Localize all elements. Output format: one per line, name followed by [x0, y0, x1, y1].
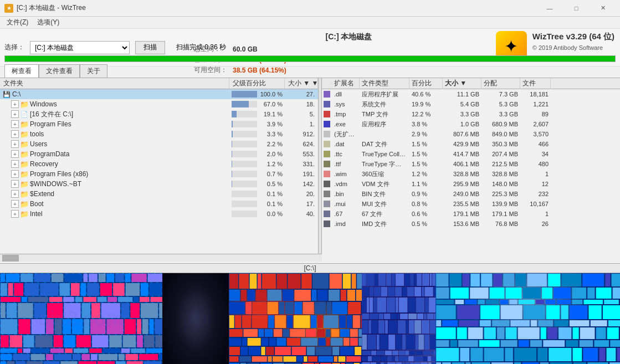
pct-bar-fill [232, 131, 233, 137]
ext-color-box [324, 131, 330, 137]
tree-row[interactable]: −💾C:\100.0 %27. [0, 89, 318, 99]
tree-row-name: Users [30, 140, 229, 148]
pct-bar-container [232, 141, 257, 147]
ext-row[interactable]: .imdIMD 文件0.5 %153.6 MB76.8 MB26 [322, 219, 620, 229]
ext-cell-alloc: 5.3 GB [481, 101, 520, 107]
tree-row[interactable]: +📁tools3.3 %912. [0, 129, 318, 139]
free-label: 可用空间： [194, 65, 233, 75]
tree-col-folder-header[interactable]: 文件夹 [0, 78, 229, 89]
tree-expand-btn[interactable]: + [11, 120, 19, 128]
ext-cell-size: 11.1 GB [443, 91, 481, 98]
ext-row[interactable]: .wim360压缩1.2 %328.8 MB328.8 MB1 [322, 169, 620, 179]
tree-pct-cell: 2.0 % [229, 151, 285, 157]
ext-color-box [324, 121, 330, 127]
tree-expand-btn[interactable]: + [11, 150, 19, 158]
tree-expand-btn[interactable]: + [11, 100, 19, 108]
ext-cell-name: .bin [332, 191, 360, 197]
tree-pct-cell: 100.0 % [229, 91, 285, 98]
tree-row[interactable]: +📁$WINDOWS.~BT0.5 %142. [0, 179, 318, 189]
tree-row-icon: 📁 [20, 170, 29, 178]
tree-row[interactable]: +📁ProgramData2.0 %553. [0, 149, 318, 159]
tree-expand-btn[interactable]: + [11, 170, 19, 178]
ext-col-pct-header[interactable]: 百分比 [409, 78, 443, 89]
ext-row[interactable]: .datDAT 文件1.5 %429.9 MB350.3 MB466 [322, 139, 620, 149]
tree-size-cell: 40. [285, 211, 318, 217]
tree-row[interactable]: +📄[16 文件在 C:\]19.1 %5. [0, 109, 318, 119]
ext-cell-size: 3.3 GB [443, 111, 481, 117]
tab-tree-view[interactable]: 树查看 [4, 64, 39, 78]
tree-row[interactable]: +📁$Extend0.1 %20. [0, 189, 318, 199]
tree-expand-btn[interactable]: + [11, 160, 19, 168]
tree-row[interactable]: +📁Recovery1.2 %331. [0, 159, 318, 169]
ext-cell-pct: 12.2 % [409, 111, 443, 117]
tree-col-pct-header[interactable]: 父级百分比 [229, 78, 285, 89]
tree-row[interactable]: +📁Intel0.0 %40. [0, 209, 318, 219]
ext-cell-size: 414.7 MB [443, 151, 481, 157]
ext-row[interactable]: .muiMUI 文件0.8 %235.5 MB139.9 MB10,167 [322, 199, 620, 209]
ext-cell-pct: 0.9 % [409, 191, 443, 197]
tree-hscrollbar[interactable] [0, 254, 322, 262]
ext-col-ext-header[interactable]: 扩展名 [332, 78, 360, 89]
ext-cell-files: 466 [520, 141, 551, 147]
tree-col-size-header[interactable]: 大小 ▼ [285, 78, 318, 89]
ext-cell-type: VDM 文件 [360, 180, 409, 188]
tree-row-name: Program Files [30, 120, 229, 128]
tree-size-cell: 5. [285, 111, 318, 117]
ext-row[interactable]: .ttcTrueType Collectio1.5 %414.7 MB207.4… [322, 149, 620, 159]
viz-canvas: aix2.com [0, 273, 620, 364]
tree-expand-btn[interactable]: + [11, 140, 19, 148]
pct-text: 0.7 % [259, 171, 283, 177]
viz-seg-3 [229, 273, 362, 364]
tree-expand-btn[interactable]: + [11, 110, 19, 118]
pct-text: 19.1 % [259, 111, 283, 117]
ext-cell-alloc: 212.5 MB [481, 161, 520, 167]
pct-text: 2.0 % [259, 151, 283, 157]
ext-col-files-header[interactable]: 文件 [520, 78, 551, 89]
tree-expand-btn[interactable]: + [11, 190, 19, 198]
ext-row[interactable]: (无扩展名)2.9 %807.6 MB849.0 MB3,570 [322, 129, 620, 139]
tab-about[interactable]: 关于 [80, 64, 107, 78]
drive-select[interactable]: [C:] 本地磁盘 [30, 41, 130, 54]
tree-row-icon: 📄 [20, 110, 29, 118]
maximize-button[interactable]: □ [563, 0, 589, 17]
tree-expand-btn[interactable]: + [11, 200, 19, 208]
tab-file-view[interactable]: 文件查看 [39, 64, 80, 78]
menu-file[interactable]: 文件(Z) [2, 17, 33, 28]
ext-row[interactable]: .exe应用程序3.8 %1.0 GB680.9 MB2,607 [322, 119, 620, 129]
ext-cell-size: 807.6 MB [443, 131, 481, 137]
tree-hscroll-thumb[interactable] [2, 255, 19, 262]
ext-row[interactable]: .sys系统文件19.9 %5.4 GB5.3 GB1,221 [322, 99, 620, 109]
ext-cell-type: DAT 文件 [360, 140, 409, 148]
ext-cell-pct: 1.5 % [409, 161, 443, 167]
ext-row[interactable]: .dll应用程序扩展40.6 %11.1 GB7.3 GB18,181 [322, 89, 620, 99]
tree-row[interactable]: +📁Users2.2 %624. [0, 139, 318, 149]
tree-expand-btn[interactable]: + [11, 210, 19, 218]
ext-color-box [324, 141, 330, 147]
tree-row[interactable]: +📁Windows67.0 %18. [0, 99, 318, 109]
tree-row[interactable]: +📁Program Files3.9 %1. [0, 119, 318, 129]
app-icon: ★ [4, 4, 13, 13]
ext-row[interactable]: .ttfTrueType 字体文件1.5 %406.1 MB212.5 MB48… [322, 159, 620, 169]
tree-expand-btn[interactable]: + [11, 130, 19, 138]
ext-cell-type: MUI 文件 [360, 200, 409, 208]
tree-row[interactable]: +📁Boot0.1 %17. [0, 199, 318, 209]
tree-expand-btn[interactable]: + [11, 180, 19, 188]
tree-size-cell: 331. [285, 161, 318, 167]
minimize-button[interactable]: — [537, 0, 562, 17]
ext-col-type-header[interactable]: 文件类型 [360, 78, 409, 89]
close-button[interactable]: ✕ [590, 0, 616, 17]
menu-options[interactable]: 选项(Y) [33, 17, 64, 28]
ext-row[interactable]: .tmpTMP 文件12.2 %3.3 GB3.3 GB89 [322, 109, 620, 119]
ext-row[interactable]: .6767 文件0.6 %179.1 MB179.1 MB1 [322, 209, 620, 219]
tree-size-cell: 27. [285, 91, 318, 98]
ext-row[interactable]: .vdmVDM 文件1.1 %295.9 MB148.0 MB12 [322, 179, 620, 189]
ext-row[interactable]: .binBIN 文件0.9 %249.0 MB225.3 MB232 [322, 189, 620, 199]
scan-button[interactable]: 扫描 [135, 41, 165, 54]
tree-pct-cell: 0.1 % [229, 191, 285, 197]
ext-col-alloc-header[interactable]: 分配 [481, 78, 520, 89]
ext-cell-pct: 1.5 % [409, 151, 443, 157]
total-value: 60.0 GB [233, 45, 258, 53]
ext-cell-pct: 0.5 % [409, 221, 443, 227]
tree-row[interactable]: +📁Program Files (x86)0.7 %191. [0, 169, 318, 179]
ext-col-size-header[interactable]: 大小 ▼ [443, 78, 481, 89]
